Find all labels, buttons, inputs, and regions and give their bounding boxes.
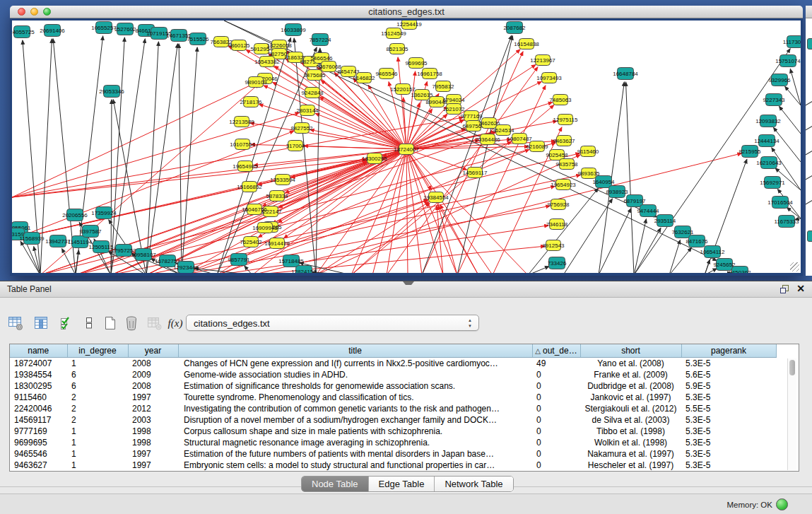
graph-node[interactable]: 12254419	[396, 21, 422, 30]
column-header-in_degree[interactable]: in_degree	[67, 344, 128, 358]
table-cell[interactable]: 0	[532, 369, 580, 380]
graph-node[interactable]: 29053346	[99, 86, 124, 98]
graph-node[interactable]: 11675333	[775, 216, 800, 228]
graph-node[interactable]: 8521305	[386, 44, 408, 54]
graph-node[interactable]: 9397587	[79, 226, 102, 238]
graph-node[interactable]: 7485063	[549, 95, 572, 105]
table-cell[interactable]: 5.3E-5	[681, 448, 776, 460]
table-cell[interactable]: 5.3E-5	[681, 460, 776, 471]
table-cell[interactable]: Corpus callosum shape and size in male p…	[178, 426, 532, 437]
table-cell[interactable]: Estimation of significance thresholds fo…	[178, 380, 532, 392]
table-cell[interactable]: 5.3E-5	[681, 437, 776, 448]
graph-node[interactable]: 9465546	[375, 69, 398, 79]
citation-network-graph[interactable]: 1872400718300295193845541456911724055725…	[12, 21, 801, 273]
table-row[interactable]: 946554611997Estimation of the future num…	[10, 448, 776, 460]
graph-edge[interactable]	[252, 153, 741, 273]
table-cell[interactable]: 2	[67, 392, 128, 403]
graph-node[interactable]: 12444134	[754, 135, 779, 147]
table-cell[interactable]: 1998	[128, 437, 178, 448]
graph-edge[interactable]	[111, 37, 124, 273]
graph-node[interactable]: 7346118	[546, 219, 568, 230]
table-cell[interactable]: 0	[532, 392, 580, 403]
graph-edge[interactable]	[669, 247, 691, 273]
graph-edge[interactable]	[245, 266, 252, 273]
table-cell[interactable]: 1	[67, 358, 128, 370]
graph-node[interactable]: 12213967	[530, 55, 555, 66]
table-cell[interactable]: 9463627	[10, 460, 67, 471]
memory-status-icon[interactable]	[776, 498, 788, 510]
graph-node[interactable]: 16033809	[281, 24, 306, 36]
graph-node[interactable]: 2087682	[503, 22, 526, 34]
table-row[interactable]: 1872400712008Changes of HCN gene express…	[10, 358, 776, 370]
function-builder-icon[interactable]: f(x)	[165, 313, 185, 333]
table-cell[interactable]: Estimation of the future numbers of pati…	[178, 448, 532, 460]
graph-node[interactable]: 2803144	[296, 105, 319, 116]
graph-node[interactable]: 1527602	[114, 23, 136, 35]
table-cell[interactable]: Nakamura et al. (1997)	[580, 448, 681, 460]
tab-edge-table[interactable]: Edge Table	[369, 477, 435, 491]
graph-node[interactable]: 16961758	[417, 69, 442, 79]
table-cell[interactable]: Stergiakouli et al. (2012)	[580, 403, 681, 414]
graph-edge[interactable]	[312, 272, 351, 273]
table-cell[interactable]: 14569117	[10, 414, 67, 426]
graph-edge[interactable]	[406, 155, 408, 273]
graph-node[interactable]: 7857224	[309, 34, 331, 46]
table-cell[interactable]: Disruption of a novel member of a sodium…	[178, 414, 532, 426]
graph-node[interactable]: 733426	[548, 257, 567, 269]
graph-edge[interactable]	[224, 21, 657, 217]
graph-edge[interactable]	[398, 57, 406, 144]
table-cell[interactable]: Wolkin et al. (1998)	[580, 437, 681, 448]
graph-node[interactable]: 9227343	[763, 94, 785, 106]
graph-edge[interactable]	[179, 44, 182, 273]
table-cell[interactable]: Genome-wide association studies in ADHD.	[178, 369, 532, 380]
panel-drag-handle[interactable]	[403, 281, 414, 288]
graph-node[interactable]: 10973493	[536, 73, 562, 83]
vertical-scrollbar[interactable]	[787, 358, 796, 470]
table-cell[interactable]: 5.5E-5	[681, 403, 776, 414]
table-cell[interactable]: 1997	[128, 460, 178, 471]
table-cell[interactable]: 2009	[128, 369, 178, 380]
graph-node[interactable]: 9242848	[301, 88, 324, 98]
table-cell[interactable]: Hescheler et al. (1997)	[580, 460, 681, 471]
graph-node[interactable]: 9699695	[405, 58, 428, 69]
column-header-short[interactable]: short	[580, 344, 681, 358]
table-cell[interactable]: 18300295	[10, 380, 67, 392]
graph-node[interactable]: 10655257	[91, 22, 117, 34]
graph-edge[interactable]	[319, 97, 401, 146]
new-column-icon[interactable]	[100, 313, 120, 333]
table-cell[interactable]: 2012	[128, 403, 178, 414]
graph-node[interactable]: 16648784	[613, 68, 638, 80]
graph-node[interactable]: 2718176	[240, 97, 262, 107]
table-cell[interactable]: 9699695	[10, 437, 67, 448]
table-cell[interactable]: 6	[67, 369, 128, 380]
table-cell[interactable]: 5.3E-5	[681, 392, 776, 403]
table-cell[interactable]: 1998	[128, 426, 178, 437]
graph-node[interactable]: 317004	[286, 141, 305, 151]
graph-node[interactable]: 20691406	[40, 25, 65, 37]
table-cell[interactable]: 1997	[128, 392, 178, 403]
table-cell[interactable]: 1	[67, 437, 128, 448]
table-cell[interactable]: 5.3E-5	[681, 414, 776, 426]
network-canvas[interactable]: 1872400718300295193845541456911724055725…	[12, 21, 801, 273]
graph-edge[interactable]	[310, 129, 401, 148]
table-row[interactable]: 1938455462009Genome-wide association stu…	[10, 369, 776, 380]
table-cell[interactable]: Investigating the contribution of common…	[178, 403, 532, 414]
table-cell[interactable]: 5.6E-5	[681, 369, 776, 380]
window-titlebar[interactable]: citations_edges.txt	[10, 6, 803, 18]
tab-node-table[interactable]: Node Table	[302, 477, 369, 491]
table-cell[interactable]: 0	[532, 403, 580, 414]
graph-edge[interactable]	[111, 39, 145, 273]
table-cell[interactable]: 1	[67, 426, 128, 437]
table-cell[interactable]: 0	[532, 414, 580, 426]
table-cell[interactable]: 0	[532, 437, 580, 448]
graph-node[interactable]: 12213589	[229, 117, 254, 127]
column-header-name[interactable]: name	[10, 344, 67, 358]
graph-node[interactable]: 9857791	[228, 254, 250, 266]
table-cell[interactable]: 0	[532, 426, 580, 437]
table-cell[interactable]: 5.3E-5	[681, 426, 776, 437]
table-cell[interactable]: 9115460	[10, 392, 67, 403]
graph-edge[interactable]	[779, 106, 801, 134]
graph-node[interactable]: 17016504	[767, 197, 793, 209]
graph-node[interactable]: 11173044	[783, 36, 801, 48]
table-cell[interactable]: Changes of HCN gene expression and I(f) …	[178, 358, 532, 370]
